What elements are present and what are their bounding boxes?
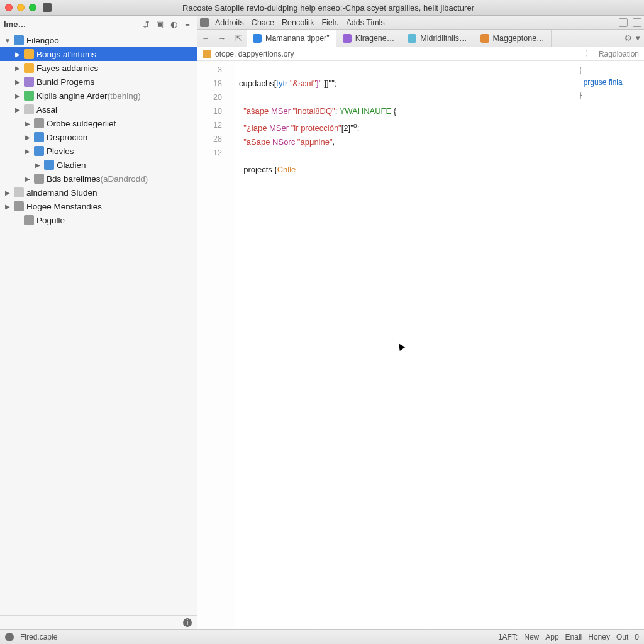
sync-icon[interactable]: ◐ xyxy=(168,19,179,30)
status-item[interactable]: 1AFT: xyxy=(498,633,518,641)
settings-icon[interactable]: ⚙ xyxy=(625,33,632,43)
sidebar-header-label: Ime… xyxy=(4,19,138,29)
tree-node[interactable]: ▶Bongs al'intums xyxy=(0,47,197,61)
editor-tab[interactable]: Maggeptone… xyxy=(474,30,552,47)
sidebar-footer: i xyxy=(0,615,197,629)
editor-area: AddroitsChaceRencolitkFielr.Adds Timls ←… xyxy=(197,16,644,629)
menu-item[interactable]: Chace xyxy=(248,18,278,27)
status-item[interactable]: 0 xyxy=(635,633,639,641)
tree-node[interactable]: ▶Assal xyxy=(0,103,197,116)
tree-node[interactable]: ▶Fayes addamics xyxy=(0,61,197,75)
nav-back-button[interactable]: ← xyxy=(197,30,214,47)
editor-tab[interactable]: Midridlitnlis… xyxy=(401,30,474,47)
tab-icon xyxy=(253,34,262,43)
panel-toggle-icon[interactable] xyxy=(619,18,628,27)
fold-gutter[interactable]: -- xyxy=(226,61,235,629)
tree-node[interactable]: ▶Drsprocion xyxy=(0,130,197,144)
code-line[interactable]: "aSape NSorc "apμnine", xyxy=(239,135,575,149)
line-number-gutter[interactable]: 3182010122812 xyxy=(197,61,226,629)
status-item[interactable]: Out xyxy=(616,633,628,641)
status-item[interactable]: App xyxy=(545,633,558,641)
menu-item[interactable]: Rencolitk xyxy=(278,18,318,27)
tab-icon xyxy=(480,34,489,43)
tree-node[interactable]: ▶Gladien xyxy=(0,158,197,172)
code-line[interactable]: projects {Cnlle xyxy=(239,163,575,177)
code-line[interactable]: "¿lape MSer "ir protección"[2]"o; xyxy=(239,118,575,135)
status-file-label: Fired.caple xyxy=(20,633,57,641)
code-line[interactable] xyxy=(239,91,575,104)
menu-item[interactable]: Adds Timls xyxy=(343,18,389,27)
project-tree[interactable]: ▼Filengoo▶Bongs al'intums▶Fayes addamics… xyxy=(0,33,197,615)
status-bar: Fired.caple 1AFT:NewAppEnailHoneyOut0 xyxy=(0,629,644,644)
outline-line: prguse finia xyxy=(579,76,640,89)
tree-node[interactable]: ▼Filengoo xyxy=(0,33,197,47)
tree-node[interactable]: ▶aindemand Sluden xyxy=(0,186,197,199)
menu-item[interactable]: Fielr. xyxy=(318,18,342,27)
breadcrumb-arrow-icon: 〉 xyxy=(585,48,592,59)
code-editor[interactable]: cupdachs[tytr "&scnt"}";]]""; "aŝape MSe… xyxy=(235,61,575,629)
overflow-icon[interactable] xyxy=(633,18,641,27)
tree-node[interactable]: ▶Hogee Menstandies xyxy=(0,199,197,213)
editor-menubar: AddroitsChaceRencolitkFielr.Adds Timls xyxy=(197,16,644,30)
status-indicator-icon[interactable] xyxy=(5,633,14,641)
breadcrumb[interactable]: otope. dappyertions.ory 〉 Ragdloation xyxy=(197,47,644,61)
code-line[interactable]: "aŝape MSer "inotal8DQ"; YWAHNAUFE { xyxy=(239,104,575,118)
window-title: Racoste Satopile revio-duldping help ens… xyxy=(55,3,601,13)
editor-tab[interactable]: Kiragene… xyxy=(336,30,402,47)
close-window-button[interactable] xyxy=(5,4,13,11)
window-titlebar: Racoste Satopile revio-duldping help ens… xyxy=(0,0,644,16)
tree-node[interactable]: Pogulle xyxy=(0,213,197,227)
tree-node[interactable]: ▶Orbbe suldegerliet xyxy=(0,116,197,130)
module-icon xyxy=(200,18,209,27)
status-item[interactable]: Honey xyxy=(588,633,610,641)
tree-node[interactable]: ▶Plovles xyxy=(0,144,197,158)
minimize-window-button[interactable] xyxy=(17,4,25,11)
project-sidebar: Ime… ⇵ ▣ ◐ ≡ ▼Filengoo▶Bongs al'intums▶F… xyxy=(0,16,197,629)
tab-icon xyxy=(343,34,352,43)
info-icon[interactable]: i xyxy=(183,618,192,627)
status-item[interactable]: New xyxy=(524,633,539,641)
chevron-down-icon[interactable]: ▾ xyxy=(636,33,640,43)
menu-icon[interactable]: ≡ xyxy=(182,19,193,30)
app-icon xyxy=(43,3,52,12)
nav-fwd-button[interactable]: → xyxy=(214,30,230,47)
outline-line: { xyxy=(579,64,640,76)
tree-node[interactable]: ▶Bds barellmes (aDandrodd) xyxy=(0,172,197,186)
editor-tabs: ← → ⇱ Mamanana tipper"Kiragene…Midridlit… xyxy=(197,30,644,47)
breadcrumb-path: otope. dappyertions.ory xyxy=(215,50,294,58)
filter-icon[interactable]: ⇵ xyxy=(140,19,152,30)
editor-tab[interactable]: Mamanana tipper" xyxy=(247,30,336,47)
code-line[interactable] xyxy=(239,149,575,163)
menu-item[interactable]: Addroits xyxy=(211,18,248,27)
window-controls xyxy=(5,4,36,11)
file-icon xyxy=(203,50,211,58)
outline-panel[interactable]: { prguse finia } xyxy=(575,61,644,629)
sidebar-toolbar: Ime… ⇵ ▣ ◐ ≡ xyxy=(0,16,197,33)
tab-icon xyxy=(408,34,416,43)
zoom-window-button[interactable] xyxy=(29,4,36,11)
outline-line: } xyxy=(579,89,640,101)
tree-node[interactable]: ▶Bunid Progems xyxy=(0,75,197,89)
tree-node[interactable]: ▶Kiplls angine Arder (tbehing) xyxy=(0,89,197,103)
code-line[interactable]: cupdachs[tytr "&scnt"}";]]""; xyxy=(239,77,575,91)
code-area: 3182010122812 -- cupdachs[tytr "&scnt"}"… xyxy=(197,61,644,629)
collapse-icon[interactable]: ▣ xyxy=(154,19,165,30)
status-item[interactable]: Enail xyxy=(565,633,582,641)
nav-up-button[interactable]: ⇱ xyxy=(230,30,247,47)
breadcrumb-right-label: Ragdloation xyxy=(599,50,639,58)
